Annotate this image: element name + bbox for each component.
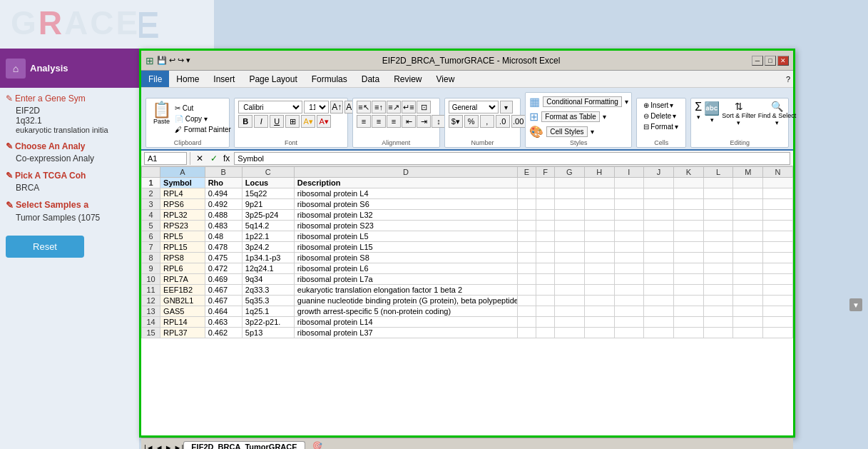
font-name-select[interactable]: Calibri [238,101,302,113]
cell-6-B[interactable]: 0.48 [205,231,242,242]
cell-8-extra-6[interactable] [733,253,763,263]
cell-9-D[interactable]: ribosomal protein L6 [294,263,517,274]
cell-14-extra-7[interactable] [763,317,793,328]
cell-8-extra-0[interactable] [555,253,585,263]
cell-7-F[interactable] [536,242,554,253]
cell-4-extra-1[interactable] [584,210,614,221]
cell-15-extra-6[interactable] [733,328,763,338]
cell-8-D[interactable]: ribosomal protein S8 [294,253,517,263]
reset-button[interactable]: Reset [6,236,84,258]
sort-filter-button[interactable]: ⇅ Sort & Filter ▾ [722,101,756,126]
cell-1-B[interactable]: Rho [205,178,242,188]
decrease-decimal[interactable]: .0 [496,115,510,128]
cell-1-extra-0[interactable] [555,178,585,188]
cell-9-extra-6[interactable] [733,263,763,274]
cell-13-C[interactable]: 1q25.1 [242,306,294,317]
cell-8-F[interactable] [536,253,554,263]
cell-2-extra-5[interactable] [703,188,733,199]
cell-3-extra-5[interactable] [703,199,733,210]
enter-gene-link[interactable]: ✎ Enter a Gene Sym [6,94,133,104]
cell-12-extra-3[interactable] [644,296,674,306]
cell-1-D[interactable]: Description [294,178,517,188]
cell-13-F[interactable] [536,306,554,317]
cell-1-extra-6[interactable] [733,178,763,188]
cell-8-extra-5[interactable] [703,253,733,263]
cell-10-extra-4[interactable] [673,274,703,285]
next-sheet-button[interactable]: ► [165,443,173,449]
cell-6-extra-5[interactable] [703,231,733,242]
cell-7-extra-5[interactable] [703,242,733,253]
cell-12-extra-7[interactable] [763,296,793,306]
number-format-select[interactable]: General [449,101,499,113]
align-right[interactable]: ≡ [387,115,401,128]
format-cells-button[interactable]: ⊟ Format▾ [640,122,681,131]
cell-6-extra-7[interactable] [763,231,793,242]
cell-10-extra-5[interactable] [703,274,733,285]
menu-insert[interactable]: Insert [206,71,242,87]
menu-file[interactable]: File [141,71,169,87]
cell-15-E[interactable] [517,328,536,338]
cell-8-C[interactable]: 1p34.1-p3 [242,253,294,263]
cell-reference-input[interactable] [144,152,187,165]
cell-15-C[interactable]: 5p13 [242,328,294,338]
cell-5-extra-0[interactable] [555,221,585,231]
cell-10-D[interactable]: ribosomal protein L7a [294,274,517,285]
format-table-arrow[interactable]: ▾ [603,113,606,121]
cell-5-C[interactable]: 5q14.2 [242,221,294,231]
cell-5-extra-2[interactable] [614,221,644,231]
cell-4-D[interactable]: ribosomal protein L32 [294,210,517,221]
align-top-left[interactable]: ≡↖ [357,101,371,113]
cell-3-extra-1[interactable] [584,199,614,210]
cell-3-extra-7[interactable] [763,199,793,210]
cell-1-extra-7[interactable] [763,178,793,188]
cell-12-E[interactable] [517,296,536,306]
cell-9-extra-2[interactable] [614,263,644,274]
cell-2-B[interactable]: 0.494 [205,188,242,199]
cell-15-extra-0[interactable] [555,328,585,338]
cell-3-extra-6[interactable] [733,199,763,210]
cell-15-D[interactable]: ribosomal protein L37 [294,328,517,338]
cell-1-F[interactable] [536,178,554,188]
cell-3-C[interactable]: 9p21 [242,199,294,210]
cell-14-E[interactable] [517,317,536,328]
cell-10-extra-7[interactable] [763,274,793,285]
col-header-l[interactable]: L [703,167,733,178]
cell-9-extra-1[interactable] [584,263,614,274]
cell-12-extra-6[interactable] [733,296,763,306]
percent-button[interactable]: % [464,115,479,128]
menu-data[interactable]: Data [354,71,387,87]
cell-12-D[interactable]: guanine nucleotide binding protein (G pr… [294,296,517,306]
cell-11-extra-2[interactable] [614,285,644,296]
cell-11-D[interactable]: eukaryotic translation elongation factor… [294,285,517,296]
cell-15-extra-3[interactable] [644,328,674,338]
cell-15-extra-2[interactable] [614,328,644,338]
spreadsheet-area[interactable]: A B C D E F G H I J K L M N 1SymbolRhoLo… [141,166,793,438]
currency-button[interactable]: $▾ [449,115,463,128]
conditional-arrow[interactable]: ▾ [625,98,628,106]
cell-6-extra-0[interactable] [555,231,585,242]
col-header-k[interactable]: K [673,167,703,178]
cell-2-A[interactable]: RPL4 [160,188,205,199]
cell-5-extra-5[interactable] [703,221,733,231]
menu-formulas[interactable]: Formulas [305,71,354,87]
cell-8-extra-4[interactable] [673,253,703,263]
cell-4-F[interactable] [536,210,554,221]
cell-3-extra-0[interactable] [555,199,585,210]
cell-4-B[interactable]: 0.488 [205,210,242,221]
cell-7-extra-3[interactable] [644,242,674,253]
cell-styles-button[interactable]: Cell Styles [546,126,587,137]
cell-6-extra-1[interactable] [584,231,614,242]
cell-12-extra-0[interactable] [555,296,585,306]
cell-7-D[interactable]: ribosomal protein L15 [294,242,517,253]
cell-15-F[interactable] [536,328,554,338]
cell-5-extra-6[interactable] [733,221,763,231]
cell-12-B[interactable]: 0.467 [205,296,242,306]
col-header-m[interactable]: M [733,167,763,178]
cell-9-E[interactable] [517,263,536,274]
find-select-button[interactable]: 🔍 Find & Select ▾ [758,101,797,126]
choose-analysis-link[interactable]: ✎ Choose An Analy [6,141,133,151]
cell-4-extra-4[interactable] [673,210,703,221]
cell-14-C[interactable]: 3p22-p21. [242,317,294,328]
col-header-i[interactable]: I [614,167,644,178]
comma-button[interactable]: , [480,115,494,128]
